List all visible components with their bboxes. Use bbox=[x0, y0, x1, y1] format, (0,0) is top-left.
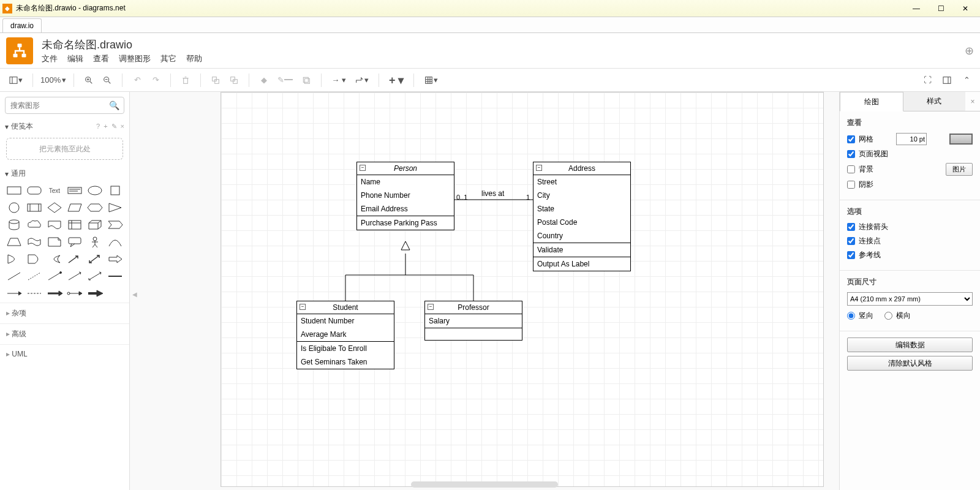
shape-line5[interactable] bbox=[86, 270, 104, 283]
collapse-icon[interactable]: − bbox=[536, 165, 542, 171]
category-misc[interactable]: 杂项 bbox=[0, 303, 129, 323]
sidebar-splitter[interactable]: ◀ bbox=[132, 291, 137, 298]
menu-view[interactable]: 查看 bbox=[93, 53, 109, 64]
shape-callout[interactable] bbox=[66, 235, 83, 249]
format-panel-button[interactable] bbox=[940, 72, 954, 89]
fullscreen-button[interactable]: ⛶ bbox=[920, 72, 935, 89]
scratchpad-help-icon[interactable]: ? bbox=[96, 123, 100, 130]
menu-adjust[interactable]: 调整图形 bbox=[119, 53, 151, 64]
shape-cylinder[interactable] bbox=[5, 218, 23, 232]
edit-data-button[interactable]: 编辑数据 bbox=[847, 337, 973, 352]
shape-round-rect[interactable] bbox=[25, 184, 43, 197]
zoom-dropdown[interactable]: 100% ▾ bbox=[40, 75, 66, 85]
shape-tape[interactable] bbox=[25, 235, 43, 249]
image-button[interactable]: 图片 bbox=[946, 163, 973, 176]
redo-button[interactable]: ↷ bbox=[148, 72, 163, 89]
canvas[interactable]: ◀ −Person Name Phone Number Email Addres… bbox=[130, 92, 839, 490]
shape-conn4[interactable] bbox=[45, 287, 63, 300]
guides-checkbox[interactable] bbox=[847, 251, 855, 259]
close-button[interactable]: ✕ bbox=[953, 0, 978, 17]
to-back-button[interactable] bbox=[227, 72, 241, 89]
scratchpad-add-icon[interactable]: + bbox=[104, 123, 107, 130]
edge-label-lives-at[interactable]: lives at bbox=[481, 189, 504, 198]
shape-square[interactable] bbox=[107, 184, 124, 197]
tab-style[interactable]: 样式 bbox=[903, 92, 966, 111]
search-icon[interactable]: 🔍 bbox=[109, 100, 119, 110]
edge-mult-left[interactable]: 0..1 bbox=[456, 194, 467, 201]
class-person[interactable]: −Person Name Phone Number Email Address … bbox=[356, 162, 454, 230]
background-checkbox[interactable] bbox=[847, 165, 855, 173]
shape-conn2[interactable] bbox=[5, 287, 23, 300]
shape-text[interactable]: Text bbox=[45, 184, 63, 197]
collapse-icon[interactable]: − bbox=[428, 304, 434, 310]
shape-conn3[interactable] bbox=[25, 287, 43, 300]
search-input[interactable] bbox=[5, 97, 124, 114]
connection-button[interactable]: → ▾ bbox=[329, 72, 349, 89]
collapse-button[interactable]: ⌃ bbox=[959, 72, 974, 89]
shape-conn1[interactable] bbox=[107, 270, 124, 283]
shape-hexagon[interactable] bbox=[86, 201, 104, 214]
shape-cube[interactable] bbox=[86, 218, 104, 232]
menu-other[interactable]: 其它 bbox=[160, 53, 176, 64]
scratchpad-close-icon[interactable]: × bbox=[121, 123, 124, 130]
shape-process[interactable] bbox=[25, 201, 43, 214]
shape-conn6[interactable] bbox=[86, 287, 104, 300]
portrait-radio[interactable] bbox=[847, 312, 855, 320]
class-student[interactable]: −Student Student Number Average Mark Is … bbox=[296, 301, 394, 369]
line-color-button[interactable]: ✎ bbox=[275, 72, 295, 89]
insert-button[interactable]: + ▾ bbox=[386, 72, 407, 89]
zoom-out-button[interactable] bbox=[100, 72, 115, 89]
shape-line4[interactable] bbox=[66, 270, 83, 283]
class-address[interactable]: −Address Street City State Postal Code C… bbox=[533, 162, 631, 271]
shape-step[interactable] bbox=[107, 218, 124, 232]
edge-generalization[interactable] bbox=[344, 241, 478, 303]
category-advanced[interactable]: 高级 bbox=[0, 323, 129, 344]
edge-mult-right[interactable]: 1 bbox=[526, 194, 530, 201]
shape-trapezoid[interactable] bbox=[5, 235, 23, 249]
shape-document[interactable] bbox=[45, 218, 63, 232]
shadow-button[interactable] bbox=[299, 72, 314, 89]
shape-arrow[interactable] bbox=[66, 252, 83, 266]
shape-conn5[interactable] bbox=[66, 287, 83, 300]
arrows-checkbox[interactable] bbox=[847, 223, 855, 231]
shape-note[interactable] bbox=[45, 235, 63, 249]
shape-or[interactable] bbox=[5, 252, 23, 266]
shape-circle[interactable] bbox=[5, 201, 23, 214]
shape-diamond[interactable] bbox=[45, 201, 63, 214]
shape-internal[interactable] bbox=[66, 218, 83, 232]
undo-button[interactable]: ↶ bbox=[130, 72, 145, 89]
scratchpad-edit-icon[interactable]: ✎ bbox=[111, 123, 117, 130]
shape-triangle[interactable] bbox=[107, 201, 124, 214]
minimize-button[interactable]: — bbox=[904, 0, 929, 17]
shape-line3[interactable] bbox=[45, 270, 63, 283]
paper-size-select[interactable]: A4 (210 mm x 297 mm) bbox=[847, 292, 973, 306]
landscape-radio[interactable] bbox=[884, 312, 892, 320]
shape-textbox[interactable] bbox=[66, 184, 83, 197]
delete-button[interactable] bbox=[178, 72, 193, 89]
grid-size-input[interactable] bbox=[896, 133, 927, 145]
document-title[interactable]: 未命名绘图.drawio bbox=[42, 37, 202, 52]
maximize-button[interactable]: ☐ bbox=[929, 0, 953, 17]
points-checkbox[interactable] bbox=[847, 237, 855, 245]
general-header[interactable]: ▾通用 bbox=[0, 166, 129, 181]
shape-ellipse[interactable] bbox=[86, 184, 104, 197]
class-professor[interactable]: −Professor Salary bbox=[424, 301, 522, 341]
shape-actor[interactable] bbox=[86, 235, 104, 249]
table-button[interactable]: ▾ bbox=[421, 72, 440, 89]
shape-rect[interactable] bbox=[5, 184, 23, 197]
panel-close-icon[interactable]: × bbox=[965, 92, 980, 111]
shape-parallelogram[interactable] bbox=[66, 201, 83, 214]
waypoint-button[interactable]: ▾ bbox=[352, 72, 371, 89]
shape-datastore[interactable] bbox=[45, 252, 63, 266]
tab-diagram[interactable]: 绘图 bbox=[840, 92, 903, 111]
clear-style-button[interactable]: 清除默认风格 bbox=[847, 356, 973, 371]
menu-edit[interactable]: 编辑 bbox=[67, 53, 83, 64]
scratchpad-header[interactable]: ▾便笺本 ? + ✎ × bbox=[0, 119, 129, 134]
category-uml[interactable]: UML bbox=[0, 344, 129, 363]
shadow-checkbox[interactable] bbox=[847, 181, 855, 189]
to-front-button[interactable] bbox=[208, 72, 223, 89]
shape-line1[interactable] bbox=[5, 270, 23, 283]
menu-file[interactable]: 文件 bbox=[42, 53, 58, 64]
pageview-checkbox[interactable] bbox=[847, 150, 855, 158]
collapse-icon[interactable]: − bbox=[360, 165, 366, 171]
